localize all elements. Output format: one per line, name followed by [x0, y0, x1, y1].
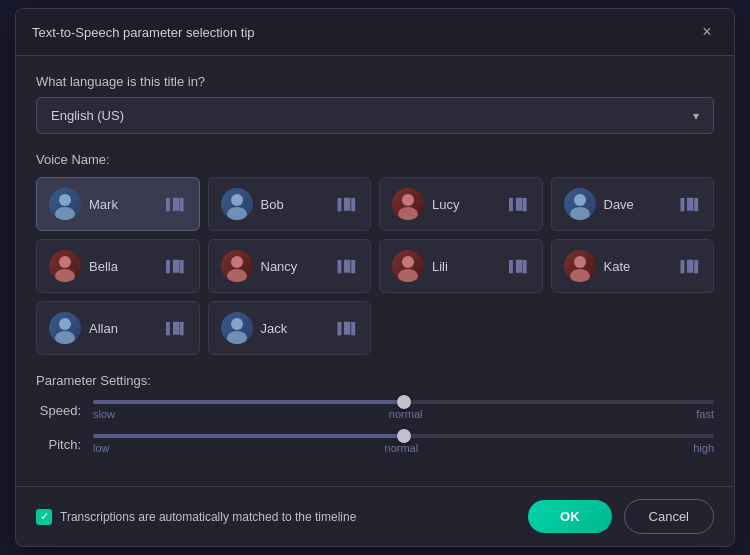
avatar-allan [49, 312, 81, 344]
cancel-button[interactable]: Cancel [624, 499, 714, 534]
speed-mid-label: normal [389, 408, 423, 420]
svg-point-12 [402, 256, 414, 268]
svg-point-3 [227, 207, 247, 220]
speed-fill [93, 400, 404, 404]
params-section: Parameter Settings: Speed: slow normal f… [36, 373, 714, 454]
wave-icon-kate[interactable]: ▌▊▌ [680, 260, 701, 273]
wave-icon-allan[interactable]: ▌▊▌ [166, 322, 187, 335]
pitch-track[interactable] [93, 434, 714, 438]
svg-point-6 [574, 194, 586, 206]
voice-name-lucy: Lucy [432, 197, 501, 212]
voice-name-jack: Jack [261, 321, 330, 336]
speed-min-label: slow [93, 408, 115, 420]
svg-point-4 [402, 194, 414, 206]
voice-name-kate: Kate [604, 259, 673, 274]
pitch-max-label: high [693, 442, 714, 454]
voice-name-bella: Bella [89, 259, 158, 274]
svg-point-5 [398, 207, 418, 220]
avatar-lucy [392, 188, 424, 220]
svg-point-13 [398, 269, 418, 282]
dialog-title: Text-to-Speech parameter selection tip [32, 25, 255, 40]
params-label: Parameter Settings: [36, 373, 714, 388]
svg-point-0 [59, 194, 71, 206]
speed-max-label: fast [696, 408, 714, 420]
avatar-lili [392, 250, 424, 282]
wave-icon-lucy[interactable]: ▌▊▌ [509, 198, 530, 211]
wave-icon-nancy[interactable]: ▌▊▌ [337, 260, 358, 273]
svg-point-9 [55, 269, 75, 282]
svg-point-14 [574, 256, 586, 268]
voice-name-lili: Lili [432, 259, 501, 274]
language-section: What language is this title in? English … [36, 74, 714, 134]
pitch-fill [93, 434, 404, 438]
svg-point-7 [570, 207, 590, 220]
voice-name-mark: Mark [89, 197, 158, 212]
voice-card-jack[interactable]: Jack ▌▊▌ [208, 301, 372, 355]
voice-card-mark[interactable]: Mark ▌▊▌ [36, 177, 200, 231]
voice-name-dave: Dave [604, 197, 673, 212]
avatar-dave [564, 188, 596, 220]
wave-icon-mark[interactable]: ▌▊▌ [166, 198, 187, 211]
svg-point-15 [570, 269, 590, 282]
svg-point-2 [231, 194, 243, 206]
dialog-content: What language is this title in? English … [16, 56, 734, 486]
avatar-bob [221, 188, 253, 220]
avatar-kate [564, 250, 596, 282]
speed-row: Speed: slow normal fast [36, 400, 714, 420]
svg-point-11 [227, 269, 247, 282]
checkbox-wrapper: ✓ Transcriptions are automatically match… [36, 509, 516, 525]
voice-card-kate[interactable]: Kate ▌▊▌ [551, 239, 715, 293]
voice-grid: Mark ▌▊▌ Bob ▌▊▌ Lucy ▌▊▌ [36, 177, 714, 355]
wave-icon-dave[interactable]: ▌▊▌ [680, 198, 701, 211]
checkbox-label: Transcriptions are automatically matched… [60, 510, 356, 524]
language-dropdown[interactable]: English (US) ▾ [36, 97, 714, 134]
speed-slider-container: slow normal fast [93, 400, 714, 420]
pitch-slider-container: low normal high [93, 434, 714, 454]
voice-name-nancy: Nancy [261, 259, 330, 274]
avatar-nancy [221, 250, 253, 282]
speed-thumb[interactable] [397, 395, 411, 409]
check-icon: ✓ [40, 510, 49, 523]
close-button[interactable]: × [696, 21, 718, 43]
auto-match-checkbox[interactable]: ✓ [36, 509, 52, 525]
svg-point-1 [55, 207, 75, 220]
dialog-footer: ✓ Transcriptions are automatically match… [16, 486, 734, 546]
pitch-row: Pitch: low normal high [36, 434, 714, 454]
pitch-mid-label: normal [385, 442, 419, 454]
pitch-thumb[interactable] [397, 429, 411, 443]
avatar-jack [221, 312, 253, 344]
voice-card-lili[interactable]: Lili ▌▊▌ [379, 239, 543, 293]
speed-labels: slow normal fast [93, 408, 714, 420]
pitch-label: Pitch: [36, 437, 81, 452]
voice-section-label: Voice Name: [36, 152, 714, 167]
title-bar: Text-to-Speech parameter selection tip × [16, 9, 734, 56]
chevron-down-icon: ▾ [693, 109, 699, 123]
language-selected: English (US) [51, 108, 124, 123]
svg-point-18 [231, 318, 243, 330]
voice-card-dave[interactable]: Dave ▌▊▌ [551, 177, 715, 231]
wave-icon-lili[interactable]: ▌▊▌ [509, 260, 530, 273]
voice-card-allan[interactable]: Allan ▌▊▌ [36, 301, 200, 355]
speed-label: Speed: [36, 403, 81, 418]
voice-card-bob[interactable]: Bob ▌▊▌ [208, 177, 372, 231]
wave-icon-jack[interactable]: ▌▊▌ [337, 322, 358, 335]
pitch-min-label: low [93, 442, 110, 454]
language-question: What language is this title in? [36, 74, 714, 89]
voice-card-lucy[interactable]: Lucy ▌▊▌ [379, 177, 543, 231]
wave-icon-bob[interactable]: ▌▊▌ [337, 198, 358, 211]
avatar-bella [49, 250, 81, 282]
voice-name-allan: Allan [89, 321, 158, 336]
avatar-mark [49, 188, 81, 220]
voice-card-nancy[interactable]: Nancy ▌▊▌ [208, 239, 372, 293]
svg-point-17 [55, 331, 75, 344]
speed-track[interactable] [93, 400, 714, 404]
voice-name-bob: Bob [261, 197, 330, 212]
voice-card-bella[interactable]: Bella ▌▊▌ [36, 239, 200, 293]
ok-button[interactable]: OK [528, 500, 612, 533]
tts-dialog: Text-to-Speech parameter selection tip ×… [15, 8, 735, 547]
svg-point-10 [231, 256, 243, 268]
wave-icon-bella[interactable]: ▌▊▌ [166, 260, 187, 273]
svg-point-19 [227, 331, 247, 344]
pitch-labels: low normal high [93, 442, 714, 454]
svg-point-16 [59, 318, 71, 330]
